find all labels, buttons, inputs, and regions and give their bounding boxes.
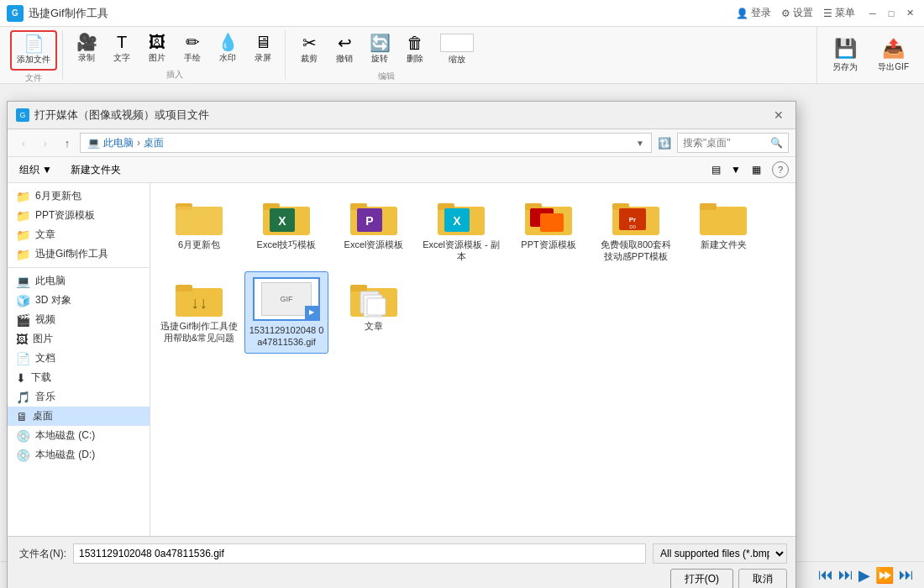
dialog-logo: G <box>16 108 29 122</box>
menu-button[interactable]: ☰ 菜单 <box>823 6 855 20</box>
skip-start-button[interactable]: ⏮ <box>818 566 833 584</box>
dialog-title-text: G 打开媒体（图像或视频）或项目文件 <box>16 108 209 123</box>
file-item-article[interactable]: 文章 <box>332 271 416 354</box>
view-list-button[interactable]: ▤ <box>706 160 725 179</box>
new-folder-button[interactable]: 新建文件夹 <box>64 161 128 179</box>
skip-end-button[interactable]: ⏭ <box>899 566 914 584</box>
file-item-excel-tips[interactable]: X Excel技巧模板 <box>244 190 328 268</box>
dialog-action-buttons: 打开(O) 取消 <box>670 569 787 588</box>
crop-button[interactable]: ✂ 裁剪 <box>292 31 326 68</box>
sidebar-item-disk-d[interactable]: 💿 本地磁盘 (D:) <box>8 445 150 465</box>
titlebar-right: 👤 登录 ⚙ 设置 ☰ 菜单 ─ □ ✕ <box>736 6 917 21</box>
delete-icon: 🗑 <box>407 34 423 51</box>
nav-back-button[interactable]: ‹ <box>14 134 33 152</box>
sidebar-item-doc[interactable]: 📄 文档 <box>8 349 150 368</box>
maximize-button[interactable]: □ <box>884 6 899 21</box>
folder-icon-article <box>349 276 399 320</box>
address-dropdown[interactable]: ▼ <box>636 139 644 148</box>
settings-button[interactable]: ⚙ 设置 <box>781 6 813 20</box>
sidebar-item-download[interactable]: ⬇ 下载 <box>8 368 150 387</box>
sidebar-item-music[interactable]: 🎵 音乐 <box>8 387 150 407</box>
filetype-select[interactable]: All supported files (*.bmp, *. <box>653 543 787 564</box>
crop-icon: ✂ <box>302 34 317 51</box>
minimize-button[interactable]: ─ <box>865 6 880 21</box>
prev-frame-button[interactable]: ⏭ <box>838 566 853 584</box>
svg-text:P: P <box>365 214 373 228</box>
text-icon: T <box>117 34 127 50</box>
help-button[interactable]: ? <box>772 161 789 178</box>
save-as-button[interactable]: 💾 另存为 <box>824 34 866 76</box>
dialog-buttons-row: 打开(O) 取消 <box>16 569 787 588</box>
draw-icon: ✏ <box>186 34 200 50</box>
svg-text:↓↓: ↓↓ <box>191 293 207 312</box>
dialog-footer: 文件名(N): All supported files (*.bmp, *. 打… <box>8 536 795 588</box>
dialog-sidebar: 📁 6月更新包 📁 PPT资源模板 📁 文章 📁 迅捷Gif制作工具 💻 此电脑 <box>8 183 150 536</box>
sidebar-item-disk-c[interactable]: 💿 本地磁盘 (C:) <box>8 426 150 445</box>
sidebar-item-3d[interactable]: 🧊 3D 对象 <box>8 291 150 310</box>
menu-icon: ☰ <box>823 8 832 19</box>
cancel-button[interactable]: 取消 <box>738 569 787 588</box>
dialog-content: 6月更新包 X Excel技巧模板 P Excel资源模板 <box>150 183 795 536</box>
rotate-button[interactable]: 🔄 旋转 <box>363 31 396 68</box>
nav-forward-button[interactable]: › <box>36 134 55 152</box>
toolbar-edit-group: ✂ 裁剪 ↩ 撤销 🔄 旋转 🗑 删除 100 缩放 编辑 <box>287 30 486 80</box>
text-button[interactable]: T 文字 <box>105 30 139 67</box>
svg-text:X: X <box>278 214 286 228</box>
dialog-close-button[interactable]: ✕ <box>770 107 787 123</box>
view-dropdown-button[interactable]: ▼ <box>727 160 745 179</box>
nav-up-button[interactable]: ↑ <box>58 134 76 152</box>
filename-input[interactable] <box>73 543 646 564</box>
login-button[interactable]: 👤 登录 <box>736 6 771 20</box>
app-title: 迅捷Gif制作工具 <box>29 6 108 21</box>
file-item-new-folder[interactable]: 新建文件夹 <box>681 190 765 268</box>
file-item-gif[interactable]: GIF ▶ 1531129102048 0a47811536.gif <box>244 271 328 354</box>
add-file-button[interactable]: 📄 添加文件 <box>10 30 57 71</box>
organize-dropdown-icon: ▼ <box>42 164 52 176</box>
toolbar-edit-items: ✂ 裁剪 ↩ 撤销 🔄 旋转 🗑 删除 100 缩放 <box>292 30 480 69</box>
record-screen-button[interactable]: 🖥 录屏 <box>246 30 280 67</box>
sidebar-item-desktop[interactable]: 🖥 桌面 <box>8 407 150 426</box>
dialog-address-bar: ‹ › ↑ 💻 此电脑 › 桌面 ▼ 🔃 🔍 <box>8 129 795 157</box>
file-item-june[interactable]: 6月更新包 <box>157 190 241 268</box>
file-item-excel-res[interactable]: P Excel资源模板 <box>332 190 416 268</box>
delete-button[interactable]: 🗑 删除 <box>398 31 432 68</box>
play-button[interactable]: ▶ <box>858 566 870 585</box>
zoom-input[interactable]: 100 <box>440 34 474 52</box>
folder-icon-june <box>174 195 224 239</box>
undo-button[interactable]: ↩ 撤销 <box>328 31 361 68</box>
watermark-button[interactable]: 💧 水印 <box>211 30 244 67</box>
sidebar-item-picture[interactable]: 🖼 图片 <box>8 329 150 349</box>
sidebar-item-video[interactable]: 🎬 视频 <box>8 310 150 329</box>
app-logo: G <box>7 5 24 22</box>
toolbar-insert-items: 🎥 录制 T 文字 🖼 图片 ✏ 手绘 💧 水印 🖥 录屏 <box>70 30 280 67</box>
sidebar-item-ppt[interactable]: 📁 PPT资源模板 <box>8 206 150 225</box>
record-button[interactable]: 🎥 录制 <box>70 30 103 67</box>
filename-label: 文件名(N): <box>16 547 66 561</box>
refresh-button[interactable]: 🔃 <box>655 134 674 152</box>
next-frame-button[interactable]: ⏩ <box>875 566 894 585</box>
toolbar-insert-group: 🎥 录制 T 文字 🖼 图片 ✏ 手绘 💧 水印 🖥 录屏 <box>65 30 286 80</box>
dialog-search-input[interactable] <box>683 137 767 149</box>
file-item-xunjie-help[interactable]: ↓↓ 迅捷Gif制作工具使用帮助&常见问题 <box>157 271 241 354</box>
view-detail-button[interactable]: ▦ <box>747 160 765 179</box>
sidebar-item-article[interactable]: 📁 文章 <box>8 225 150 244</box>
gif-preview: GIF ▶ <box>253 277 320 321</box>
rotate-icon: 🔄 <box>370 34 391 51</box>
user-icon: 👤 <box>736 8 748 19</box>
export-gif-button[interactable]: 📤 导出GIF <box>869 34 917 76</box>
file-item-excel-copy[interactable]: X Excel资源模板 - 副本 <box>419 190 503 268</box>
sidebar-item-june[interactable]: 📁 6月更新包 <box>8 186 150 206</box>
organize-button[interactable]: 组织 ▼ <box>14 161 57 179</box>
folder-icon: 📁 <box>16 228 30 242</box>
sidebar-item-computer[interactable]: 💻 此电脑 <box>8 271 150 291</box>
address-bar[interactable]: 💻 此电脑 › 桌面 ▼ <box>80 133 652 153</box>
file-item-800ppt[interactable]: Pr D0 免费领取800套科技动感PPT模板 <box>594 190 678 268</box>
close-button[interactable]: ✕ <box>902 6 917 21</box>
computer-icon: 💻 <box>87 137 100 149</box>
draw-button[interactable]: ✏ 手绘 <box>176 30 209 67</box>
image-button[interactable]: 🖼 图片 <box>140 30 174 67</box>
sidebar-item-xunjie[interactable]: 📁 迅捷Gif制作工具 <box>8 244 150 264</box>
svg-rect-24 <box>700 207 747 235</box>
open-button[interactable]: 打开(O) <box>670 569 733 588</box>
file-item-ppt[interactable]: PPT资源模板 <box>507 190 591 268</box>
